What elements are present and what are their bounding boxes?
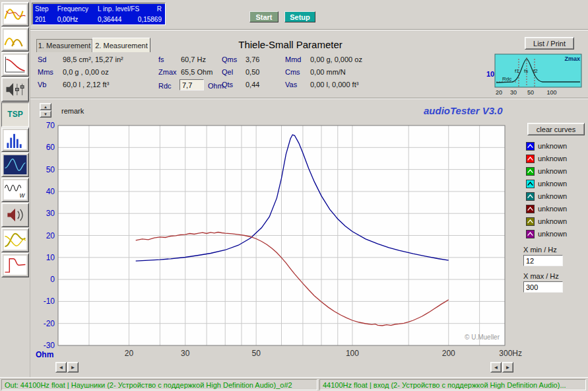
- svg-text:-20: -20: [44, 319, 55, 328]
- rdc-input[interactable]: [180, 79, 204, 90]
- frequency-sweep-button[interactable]: [1, 52, 29, 77]
- param-label-sd: Sd: [38, 55, 46, 63]
- mini-fs-label: fs: [524, 68, 528, 74]
- two-tone-icon: [3, 30, 27, 49]
- mini-f1-label: f1: [515, 68, 519, 74]
- mini-tick-20: 20: [496, 89, 502, 96]
- right-level-value: 0,15869: [138, 15, 162, 25]
- clear-curves-button[interactable]: clear curves: [527, 123, 585, 135]
- svg-text:-30: -30: [44, 341, 55, 350]
- curve-name-label: unknown: [538, 142, 567, 150]
- param-value-qms: 3,76: [245, 55, 259, 63]
- svg-text:© U.Mueller: © U.Mueller: [465, 334, 500, 341]
- left-level-value: 0,36444: [98, 15, 121, 25]
- status-output-device: Out: 44100Hz float | Наушники (2- Устрой…: [1, 379, 317, 390]
- svg-text:100: 100: [346, 349, 359, 358]
- step-value: 201: [35, 15, 55, 25]
- param-label-qts: Qts: [222, 81, 233, 89]
- level-adjust-icon: [3, 80, 27, 99]
- x-max-label: X max / Hz: [523, 272, 559, 280]
- curve-color-swatch: [526, 217, 535, 226]
- x-min-label: X min / Hz: [523, 246, 557, 254]
- setup-button[interactable]: Setup: [284, 11, 315, 22]
- y-axis-unit-label: Ohm: [36, 350, 53, 359]
- svg-text:-10: -10: [44, 297, 55, 306]
- page-title: Thiele-Small Parameter: [198, 39, 383, 50]
- mini-y-label: 10: [486, 70, 494, 78]
- svg-text:300Hz: 300Hz: [499, 349, 522, 358]
- x-max-input[interactable]: [523, 281, 563, 293]
- param-label-qms: Qms: [222, 55, 237, 63]
- svg-text:20: 20: [125, 349, 134, 358]
- legend-item-4[interactable]: unknown: [521, 178, 587, 190]
- svg-text:60: 60: [46, 143, 55, 152]
- legend-item-5[interactable]: unknown: [521, 191, 587, 203]
- param-value-sd: 98,5 cm², 15,27 in²: [63, 55, 123, 63]
- svg-text:50: 50: [251, 349, 261, 358]
- legend-item-1[interactable]: unknown: [521, 141, 587, 153]
- param-label-zmax: Zmax: [158, 68, 177, 76]
- tab-measurement-2[interactable]: 2. Measurement: [92, 38, 150, 52]
- start-button[interactable]: Start: [249, 11, 278, 22]
- curve-color-swatch: [526, 205, 535, 213]
- curve-name-label: unknown: [538, 167, 567, 175]
- mini-zmax-label: Zmax: [564, 55, 580, 62]
- curve-name-label: unknown: [538, 180, 567, 188]
- svg-text:200: 200: [442, 349, 455, 358]
- curve-name-label: unknown: [538, 217, 567, 225]
- speaker-icon: [3, 205, 27, 225]
- curve-color-swatch: [526, 230, 535, 238]
- curve-color-swatch: [526, 180, 535, 188]
- list-print-button[interactable]: List / Print: [525, 37, 574, 50]
- oscilloscope-button[interactable]: [1, 153, 29, 177]
- param-label-rdc: Rdc: [158, 82, 172, 90]
- two-tone-generator-button[interactable]: [1, 27, 29, 52]
- svg-text:70: 70: [46, 121, 55, 130]
- curve-color-swatch: [526, 192, 535, 201]
- mini-tick-50: 50: [527, 89, 534, 96]
- signal-generator-icon: [3, 5, 27, 24]
- spectrum-analyzer-button[interactable]: [1, 127, 29, 152]
- measurement-info-panel: Step 201 Frequency 0,00Hz L inp. level/F…: [32, 3, 166, 25]
- status-bar: Out: 44100Hz float | Наушники (2- Устрой…: [0, 377, 588, 391]
- waterfall-button[interactable]: w: [1, 178, 29, 202]
- level-adjust-button[interactable]: [1, 77, 29, 102]
- param-label-mms: Mms: [38, 68, 53, 76]
- legend-item-7[interactable]: unknown: [521, 216, 587, 228]
- speaker-measurement-button[interactable]: [1, 203, 29, 227]
- toolbar-sidebar: TSP w: [0, 0, 30, 378]
- scroll-left-button-2[interactable]: ◄: [490, 362, 502, 373]
- signal-generator-button[interactable]: [1, 2, 29, 26]
- tsp-impedance-diagram: 10 f1 fs f2 Rdc Zmax 20 30 50 100: [486, 52, 587, 98]
- mini-tick-100: 100: [546, 89, 556, 96]
- step-response-button[interactable]: [1, 253, 29, 277]
- curve-color-swatch: [526, 155, 535, 163]
- scroll-right-button[interactable]: ►: [67, 362, 79, 373]
- scroll-right-button-2[interactable]: ►: [502, 362, 513, 373]
- param-value-fs: 60,7 Hz: [181, 55, 206, 63]
- spectrum-analyzer-icon: [3, 130, 27, 149]
- curve-name-label: unknown: [538, 230, 567, 238]
- param-value-vas: 0,00 l, 0,000 ft³: [310, 81, 358, 89]
- chart-scroll-left-group: ◄ ►: [55, 362, 79, 373]
- tab-measurement-1[interactable]: 1. Measurement: [36, 39, 92, 52]
- x-min-input[interactable]: [523, 255, 563, 266]
- svg-text:40: 40: [46, 187, 55, 196]
- chart-scroll-right-group: ◄ ►: [490, 362, 513, 373]
- legend-item-3[interactable]: unknown: [521, 166, 587, 178]
- legend-item-2[interactable]: unknown: [521, 153, 587, 165]
- curve-name-label: unknown: [538, 192, 567, 200]
- param-value-qel: 0,50: [245, 68, 259, 76]
- frequency-sweep-icon: [3, 55, 27, 74]
- step-label: Step: [35, 4, 55, 15]
- legend-item-8[interactable]: unknown: [521, 229, 587, 240]
- step-response-icon: [3, 256, 27, 275]
- tsp-measurement-button[interactable]: TSP: [1, 102, 29, 127]
- legend-item-6[interactable]: unknown: [521, 203, 587, 215]
- distortion-analysis-button[interactable]: [1, 228, 29, 252]
- param-value-cms: 0,00 mm/N: [310, 68, 346, 76]
- status-input-device: 44100Hz float | вход (2- Устройство с по…: [319, 379, 586, 390]
- svg-text:50: 50: [46, 165, 55, 174]
- scroll-left-button[interactable]: ◄: [55, 362, 67, 373]
- curve-color-swatch: [526, 142, 535, 151]
